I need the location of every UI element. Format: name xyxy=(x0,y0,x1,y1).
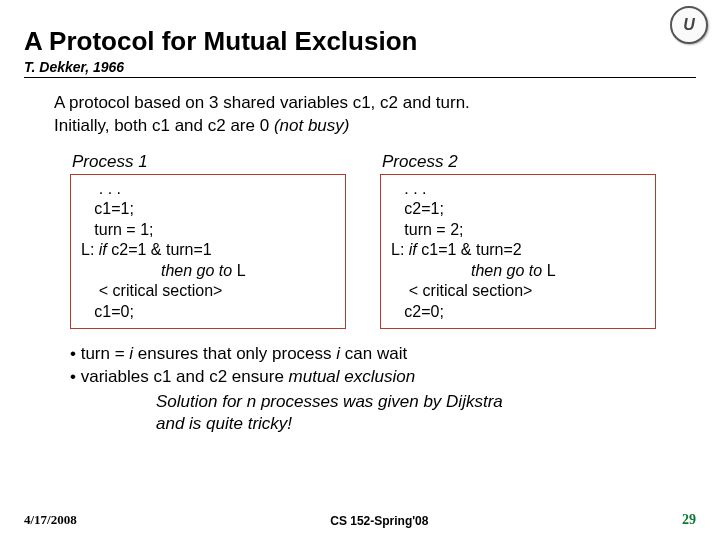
footer-page-number: 29 xyxy=(682,512,696,528)
footer-course: CS 152-Spring'08 xyxy=(77,514,682,528)
title-underline xyxy=(24,77,696,78)
p1-l5-then: then go to xyxy=(161,262,232,279)
intro-line2a: Initially, both c1 and c2 are 0 xyxy=(54,116,274,135)
p1-l7: c1=0; xyxy=(81,303,134,320)
intro-line1: A protocol based on 3 shared variables c… xyxy=(54,93,470,112)
b1-c: ensures that only process xyxy=(133,344,336,363)
p1-l4c: c2=1 & turn=1 xyxy=(107,241,212,258)
b2-a: • variables c1 and c2 ensure xyxy=(70,367,289,386)
page-title: A Protocol for Mutual Exclusion xyxy=(24,26,696,57)
process-1-column: Process 1 . . . c1=1; turn = 1; L: if c2… xyxy=(70,152,346,329)
process-2-column: Process 2 . . . c2=1; turn = 2; L: if c1… xyxy=(380,152,656,329)
bullet-1: • turn = i ensures that only process i c… xyxy=(70,343,696,366)
process-2-code-box: . . . c2=1; turn = 2; L: if c1=1 & turn=… xyxy=(380,174,656,329)
p1-l3: turn = 1; xyxy=(81,221,153,238)
p2-l1: . . . xyxy=(391,180,427,197)
process-1-code-box: . . . c1=1; turn = 1; L: if c2=1 & turn=… xyxy=(70,174,346,329)
p2-l4a: L: xyxy=(391,241,409,258)
b2-b: mutual exclusion xyxy=(289,367,416,386)
p1-l4-if: if xyxy=(99,241,107,258)
process-2-heading: Process 2 xyxy=(382,152,656,172)
slide-footer: 4/17/2008 CS 152-Spring'08 29 xyxy=(24,508,696,528)
page-subtitle: T. Dekker, 1966 xyxy=(24,59,696,75)
p2-l5c: L xyxy=(542,262,555,279)
p1-l5c: L xyxy=(232,262,245,279)
p2-l4c: c1=1 & turn=2 xyxy=(417,241,522,258)
p2-l6: < critical section> xyxy=(391,282,532,299)
p2-l4-if: if xyxy=(409,241,417,258)
b1-a: • turn = xyxy=(70,344,129,363)
p1-l2: c1=1; xyxy=(81,200,134,217)
p1-l4a: L: xyxy=(81,241,99,258)
intro-text: A protocol based on 3 shared variables c… xyxy=(54,92,696,138)
process-1-heading: Process 1 xyxy=(72,152,346,172)
slide: U A Protocol for Mutual Exclusion T. Dek… xyxy=(0,0,720,540)
bullet-list: • turn = i ensures that only process i c… xyxy=(70,343,696,435)
logo-glyph: U xyxy=(683,16,695,34)
p2-l5-then: then go to xyxy=(471,262,542,279)
p2-l2: c2=1; xyxy=(391,200,444,217)
solution-note: Solution for n processes was given by Di… xyxy=(156,391,696,435)
p1-l5a xyxy=(81,262,161,279)
p1-l1: . . . xyxy=(81,180,121,197)
p2-l7: c2=0; xyxy=(391,303,444,320)
soln-l1: Solution for n processes was given by Di… xyxy=(156,392,503,411)
institution-logo-icon: U xyxy=(670,6,708,44)
soln-l2: and is quite tricky! xyxy=(156,414,292,433)
p2-l3: turn = 2; xyxy=(391,221,463,238)
footer-date: 4/17/2008 xyxy=(24,512,77,528)
process-columns: Process 1 . . . c1=1; turn = 1; L: if c2… xyxy=(70,152,696,329)
intro-line2b: (not busy) xyxy=(274,116,350,135)
bullet-2: • variables c1 and c2 ensure mutual excl… xyxy=(70,366,696,389)
b1-e: can wait xyxy=(340,344,407,363)
p2-l5a xyxy=(391,262,471,279)
p1-l6: < critical section> xyxy=(81,282,222,299)
